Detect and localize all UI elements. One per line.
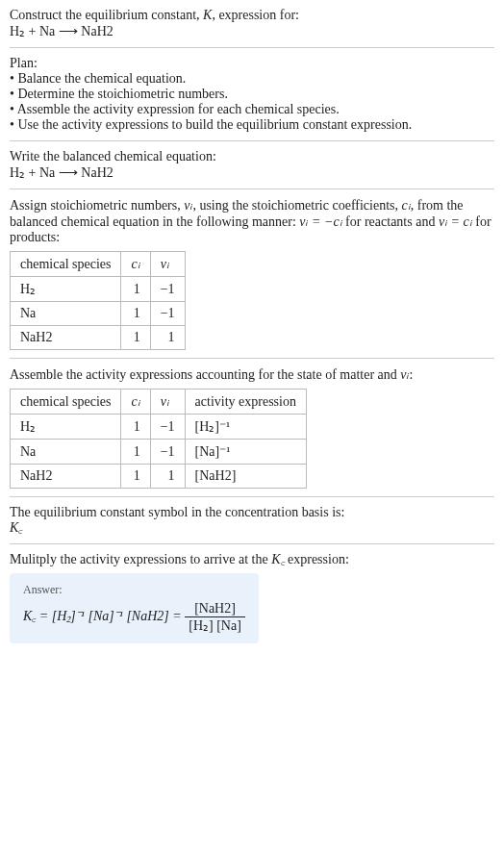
cell-species: H₂ <box>11 415 121 440</box>
cell-nu: −1 <box>150 440 185 465</box>
table-row: NaH2 1 1 [NaH2] <box>11 465 307 489</box>
cell-ci: 1 <box>121 440 150 465</box>
construct-text-b: , expression for: <box>212 8 299 22</box>
multiply-text-a: Mulitply the activity expressions to arr… <box>10 552 271 566</box>
stoich-rel1: νᵢ = −cᵢ <box>299 214 341 229</box>
activity-table: chemical species cᵢ νᵢ activity expressi… <box>10 389 307 489</box>
cell-species: Na <box>11 440 121 465</box>
cell-ci: 1 <box>121 415 150 440</box>
cell-nu: −1 <box>150 277 185 302</box>
cell-ci: 1 <box>121 465 150 489</box>
activity-text-b: : <box>410 367 414 382</box>
answer-expression: K꜀ = [H₂]⁻¹ [Na]⁻¹ [NaH2] = [NaH2] [H₂] … <box>23 601 245 634</box>
stoich-rel2: νᵢ = cᵢ <box>439 214 472 229</box>
cell-activity: [NaH2] <box>185 465 306 489</box>
construct-equation: H₂ + Na ⟶ NaH2 <box>10 23 494 39</box>
stoich-text-a: Assign stoichiometric numbers, <box>10 198 184 213</box>
cell-species: Na <box>11 302 121 326</box>
section-multiply: Mulitply the activity expressions to arr… <box>10 543 494 643</box>
section-plan: Plan: • Balance the chemical equation. •… <box>10 47 494 133</box>
cell-species: NaH2 <box>11 326 121 350</box>
table-row: Na 1 −1 <box>11 302 186 326</box>
cell-nu: −1 <box>150 302 185 326</box>
stoich-table: chemical species cᵢ νᵢ H₂ 1 −1 Na 1 −1 N… <box>10 251 186 350</box>
multiply-text: Mulitply the activity expressions to arr… <box>10 552 494 567</box>
multiply-kc: K꜀ <box>271 552 284 566</box>
activity-nu: νᵢ <box>400 367 409 382</box>
plan-heading: Plan: <box>10 56 494 71</box>
section-kc-symbol: The equilibrium constant symbol in the c… <box>10 496 494 536</box>
answer-fraction: [NaH2] [H₂] [Na] <box>185 601 245 634</box>
table-header-row: chemical species cᵢ νᵢ activity expressi… <box>11 390 307 415</box>
cell-ci: 1 <box>121 302 150 326</box>
table-row: H₂ 1 −1 <box>11 277 186 302</box>
stoich-h2: cᵢ <box>121 252 150 277</box>
cell-ci: 1 <box>121 277 150 302</box>
activity-text-a: Assemble the activity expressions accoun… <box>10 367 400 382</box>
construct-text-a: Construct the equilibrium constant, <box>10 8 203 22</box>
answer-numerator: [NaH2] <box>185 601 245 617</box>
table-row: Na 1 −1 [Na]⁻¹ <box>11 440 307 465</box>
activity-h2: cᵢ <box>121 390 150 415</box>
answer-denominator: [H₂] [Na] <box>185 617 245 634</box>
construct-K: K <box>203 8 212 22</box>
cell-activity: [Na]⁻¹ <box>185 440 306 465</box>
section-activity: Assemble the activity expressions accoun… <box>10 358 494 489</box>
activity-h1: chemical species <box>11 390 121 415</box>
balanced-text: Write the balanced chemical equation: <box>10 149 494 164</box>
table-header-row: chemical species cᵢ νᵢ <box>11 252 186 277</box>
answer-lhs: K꜀ = [H₂]⁻¹ [Na]⁻¹ [NaH2] = <box>23 609 185 623</box>
cell-species: H₂ <box>11 277 121 302</box>
cell-ci: 1 <box>121 326 150 350</box>
multiply-text-b: expression: <box>285 552 349 566</box>
stoich-h1: chemical species <box>11 252 121 277</box>
stoich-ci: cᵢ <box>402 198 411 213</box>
cell-nu: −1 <box>150 415 185 440</box>
activity-text: Assemble the activity expressions accoun… <box>10 366 494 383</box>
answer-label: Answer: <box>23 583 245 597</box>
section-construct: Construct the equilibrium constant, K, e… <box>10 8 494 39</box>
balanced-equation: H₂ + Na ⟶ NaH2 <box>10 164 494 181</box>
answer-box: Answer: K꜀ = [H₂]⁻¹ [Na]⁻¹ [NaH2] = [NaH… <box>10 573 259 643</box>
kc-symbol: K꜀ <box>10 520 494 536</box>
cell-nu: 1 <box>150 326 185 350</box>
table-row: H₂ 1 −1 [H₂]⁻¹ <box>11 415 307 440</box>
plan-bullet-3: • Assemble the activity expression for e… <box>10 102 494 117</box>
cell-species: NaH2 <box>11 465 121 489</box>
plan-bullet-1: • Balance the chemical equation. <box>10 71 494 87</box>
section-balanced: Write the balanced chemical equation: H₂… <box>10 140 494 181</box>
section-stoich: Assign stoichiometric numbers, νᵢ, using… <box>10 189 494 350</box>
kc-text: The equilibrium constant symbol in the c… <box>10 505 494 520</box>
stoich-h3: νᵢ <box>150 252 185 277</box>
stoich-text-b: , using the stoichiometric coefficients, <box>192 198 401 213</box>
activity-h3: νᵢ <box>150 390 185 415</box>
plan-bullet-4: • Use the activity expressions to build … <box>10 117 494 133</box>
activity-h4: activity expression <box>185 390 306 415</box>
cell-nu: 1 <box>150 465 185 489</box>
stoich-text-d: for reactants and <box>342 214 439 229</box>
plan-bullet-2: • Determine the stoichiometric numbers. <box>10 87 494 102</box>
construct-line: Construct the equilibrium constant, K, e… <box>10 8 494 23</box>
cell-activity: [H₂]⁻¹ <box>185 415 306 440</box>
table-row: NaH2 1 1 <box>11 326 186 350</box>
stoich-text: Assign stoichiometric numbers, νᵢ, using… <box>10 197 494 245</box>
